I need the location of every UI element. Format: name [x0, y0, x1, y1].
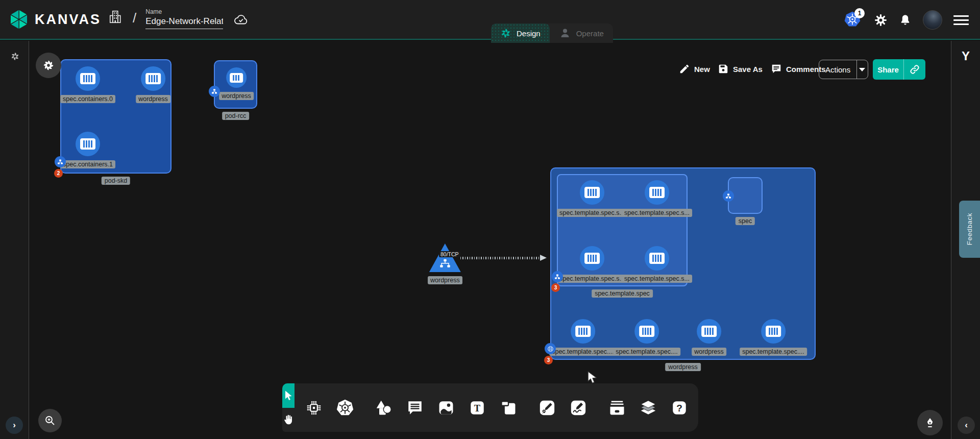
node-container[interactable]: spec.containers.0	[60, 66, 115, 103]
kubernetes-tool-button[interactable]	[335, 398, 355, 418]
tab-design[interactable]: Design	[491, 23, 550, 43]
kubernetes-context-button[interactable]: 1	[843, 10, 863, 30]
container-icon	[76, 66, 100, 91]
shapes-icon	[375, 399, 393, 417]
chip-icon	[305, 399, 323, 417]
select-tool-button[interactable]	[282, 383, 295, 408]
note-icon	[500, 399, 517, 417]
group-spec-template-spec[interactable]: spec.template.spec.s... spec.template.sp…	[557, 174, 688, 286]
node-container[interactable]: spec.template.spec....	[613, 319, 680, 356]
node-container[interactable]: spec.template.spec....	[549, 319, 617, 356]
notifications-bell-icon[interactable]	[899, 14, 912, 27]
mesh-badge	[545, 343, 556, 354]
node-label: spec.template.spec.s...	[557, 209, 627, 217]
image-icon	[437, 399, 455, 417]
actions-dropdown-button[interactable]	[857, 68, 868, 71]
note-tool-button[interactable]	[499, 398, 518, 418]
edge-arrowhead	[540, 255, 547, 261]
design-name-field: Name	[145, 8, 223, 29]
pen-nib-icon	[924, 417, 936, 429]
container-icon	[571, 319, 595, 344]
group-label: spec.template.spec	[592, 289, 653, 298]
tab-operate[interactable]: Operate	[550, 23, 613, 43]
node-container[interactable]: wordpress	[219, 67, 254, 100]
node-label: spec	[736, 217, 755, 225]
magnifier-plus-icon	[44, 414, 56, 427]
cursor-arrow-icon	[282, 389, 295, 402]
save-as-button[interactable]: Save As	[718, 63, 763, 75]
design-name-label: Name	[145, 8, 223, 15]
kubernetes-wheel-icon	[335, 398, 355, 418]
edge-tool-button[interactable]	[537, 398, 557, 418]
edge-service-to-deployment[interactable]	[460, 257, 541, 259]
user-avatar[interactable]	[923, 10, 942, 30]
chevron-down-icon	[859, 68, 865, 71]
shapes-tool-button[interactable]	[374, 398, 394, 418]
node-label: spec.template.spec....	[613, 348, 680, 356]
group-pod-rcc[interactable]: wordpress pod-rcc	[214, 60, 257, 109]
menu-icon[interactable]	[953, 15, 969, 25]
breadcrumb-separator: /	[133, 10, 136, 26]
shapes-panel-icon[interactable]: Y	[962, 49, 970, 63]
node-container[interactable]: spec.template.spec.s...	[622, 180, 692, 217]
collapse-panel-button[interactable]: ‹	[958, 417, 975, 434]
node-spec[interactable]: spec	[728, 177, 763, 214]
help-tool-button[interactable]: ?	[670, 398, 689, 418]
canvas-context-button[interactable]	[36, 53, 61, 78]
organization-icon[interactable]	[108, 8, 124, 26]
image-tool-button[interactable]	[436, 398, 456, 418]
drawer-tool-button[interactable]	[607, 398, 627, 418]
group-label: pod-rcc	[222, 112, 250, 120]
text-tool-button[interactable]: T	[468, 398, 487, 418]
kanvas-app: KANVAS / Name	[0, 0, 980, 439]
comment-tool-button[interactable]	[405, 398, 425, 418]
container-icon	[580, 246, 604, 271]
left-rail	[0, 41, 29, 439]
actions-button[interactable]: Actions	[819, 65, 856, 74]
feedback-tab[interactable]: Feedback	[959, 201, 980, 258]
component-tool-button[interactable]	[304, 398, 324, 418]
question-icon: ?	[671, 399, 688, 417]
node-container[interactable]: spec.template.spec.s...	[557, 180, 627, 217]
group-deployment-wordpress[interactable]: spec.template.spec.s... spec.template.sp…	[550, 167, 816, 360]
chevron-right-icon: ›	[13, 420, 16, 430]
node-container[interactable]: spec.template.spec....	[740, 319, 807, 356]
pan-tool-button[interactable]	[282, 408, 295, 432]
network-hierarchy-icon	[438, 258, 452, 270]
freehand-tool-button[interactable]	[569, 398, 588, 418]
comments-icon	[771, 63, 782, 75]
node-container[interactable]: spec.template.spec.s...	[557, 246, 627, 283]
expand-sidebar-button[interactable]: ›	[6, 417, 23, 434]
node-label: wordpress	[136, 95, 170, 103]
text-icon: T	[469, 399, 486, 417]
meshery-sync-icon[interactable]	[10, 52, 20, 61]
zoom-button[interactable]	[38, 409, 62, 432]
layers-tool-button[interactable]	[639, 398, 658, 418]
node-container[interactable]: wordpress	[692, 319, 726, 356]
node-service-wordpress[interactable]: wordpress	[428, 243, 462, 284]
drawing-pen-button[interactable]	[917, 410, 943, 435]
node-container[interactable]: spec.containers.1	[60, 132, 115, 168]
copy-link-button[interactable]	[904, 64, 925, 75]
issue-count-badge: 3	[544, 356, 553, 364]
mouse-cursor	[587, 371, 599, 384]
group-pod-skd[interactable]: spec.containers.0 wordpress spec.contain…	[60, 59, 172, 174]
node-label: wordpress	[219, 92, 254, 100]
pod-badge	[552, 271, 563, 282]
design-name-input[interactable]	[145, 16, 223, 29]
share-button[interactable]: Share	[873, 65, 903, 74]
kanvas-logo[interactable]: KANVAS	[8, 9, 101, 30]
save-as-label: Save As	[733, 65, 763, 74]
settings-gear-icon[interactable]	[874, 13, 888, 27]
service-triangle-icon	[429, 243, 461, 272]
comments-button[interactable]: Comments	[771, 63, 826, 75]
new-label: New	[694, 65, 710, 74]
node-label: spec.template.spec.s...	[557, 275, 627, 283]
pod-badge	[209, 86, 220, 97]
node-container[interactable]: wordpress	[136, 66, 170, 103]
node-container[interactable]: spec.template.spec.s...	[622, 246, 692, 283]
new-button[interactable]: New	[679, 63, 710, 75]
issue-count-badge: 3	[551, 283, 560, 292]
actions-split-button: Actions	[819, 60, 868, 79]
container-icon	[697, 319, 721, 344]
